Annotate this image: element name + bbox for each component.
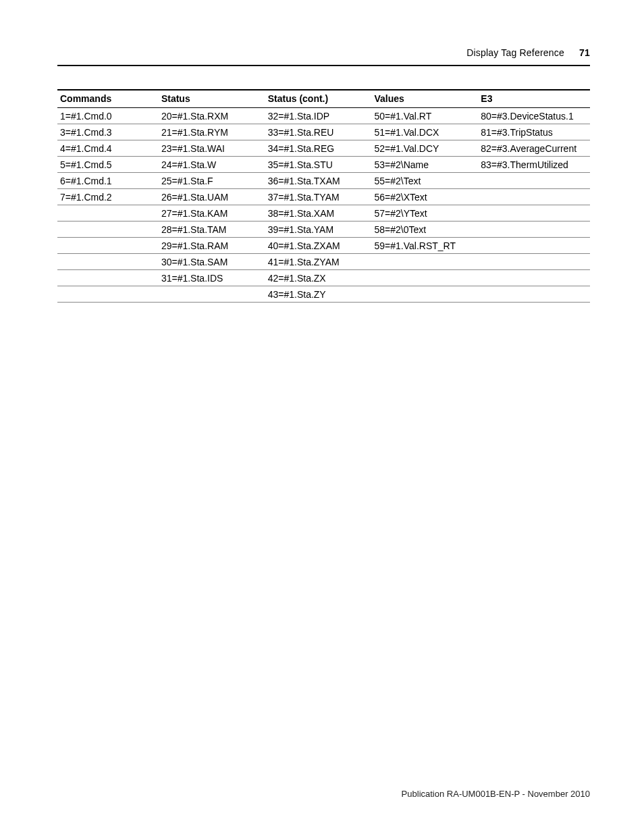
table-cell: 31=#1.Sta.IDS [159,270,265,286]
table-cell: 23=#1.Sta.WAI [159,140,265,157]
table-cell: 50=#1.Val.RT [372,108,479,124]
footer-publication: Publication RA-UM001B-EN-P - November 20… [402,789,590,799]
table-cell [57,238,159,254]
table-cell: 81=#3.TripStatus [478,124,590,140]
table-cell: 40=#1.Sta.ZXAM [265,238,372,254]
table-cell: 25=#1.Sta.F [159,173,265,189]
table-cell: 52=#1.Val.DCY [372,140,479,157]
reference-table: Commands Status Status (cont.) Values E3… [57,89,590,303]
col-header-e3: E3 [478,90,590,108]
table-cell: 36=#1.Sta.TXAM [265,173,372,189]
table-row: 5=#1.Cmd.524=#1.Sta.W35=#1.Sta.STU53=#2\… [57,157,590,173]
table-cell [57,205,159,221]
table-cell: 33=#1.Sta.REU [265,124,372,140]
table-cell: 42=#1.Sta.ZX [265,270,372,286]
table-cell: 55=#2\Text [372,173,479,189]
table-cell: 6=#1.Cmd.1 [57,173,159,189]
table-cell: 56=#2\XText [372,189,479,205]
table-cell: 20=#1.Sta.RXM [159,108,265,124]
table-cell: 29=#1.Sta.RAM [159,238,265,254]
table-cell [478,254,590,270]
table-header-row: Commands Status Status (cont.) Values E3 [57,90,590,108]
col-header-status-cont: Status (cont.) [265,90,372,108]
table-cell: 7=#1.Cmd.2 [57,189,159,205]
table-row: 43=#1.Sta.ZY [57,286,590,303]
section-title: Display Tag Reference [466,47,564,58]
table-row: 4=#1.Cmd.423=#1.Sta.WAI34=#1.Sta.REG52=#… [57,140,590,157]
table-cell [478,173,590,189]
table-row: 7=#1.Cmd.226=#1.Sta.UAM37=#1.Sta.TYAM56=… [57,189,590,205]
table-row: 6=#1.Cmd.125=#1.Sta.F36=#1.Sta.TXAM55=#2… [57,173,590,189]
table-cell: 34=#1.Sta.REG [265,140,372,157]
table-cell: 21=#1.Sta.RYM [159,124,265,140]
table-row: 31=#1.Sta.IDS42=#1.Sta.ZX [57,270,590,286]
page-header: Display Tag Reference 71 [57,47,590,65]
table-cell [478,270,590,286]
table-cell: 39=#1.Sta.YAM [265,221,372,238]
table-row: 29=#1.Sta.RAM40=#1.Sta.ZXAM59=#1.Val.RST… [57,238,590,254]
table-cell: 82=#3.AverageCurrent [478,140,590,157]
table-cell [159,286,265,303]
table-row: 30=#1.Sta.SAM41=#1.Sta.ZYAM [57,254,590,270]
table-cell [478,221,590,238]
table-row: 27=#1.Sta.KAM38=#1.Sta.XAM57=#2\YText [57,205,590,221]
table-cell: 80=#3.DeviceStatus.1 [478,108,590,124]
table-cell: 5=#1.Cmd.5 [57,157,159,173]
table-cell: 32=#1.Sta.IDP [265,108,372,124]
header-rule [57,65,590,66]
table-cell: 3=#1.Cmd.3 [57,124,159,140]
table-cell: 27=#1.Sta.KAM [159,205,265,221]
table-row: 1=#1.Cmd.020=#1.Sta.RXM32=#1.Sta.IDP50=#… [57,108,590,124]
table-cell [372,286,479,303]
table-cell: 26=#1.Sta.UAM [159,189,265,205]
table-cell [478,189,590,205]
table-cell: 4=#1.Cmd.4 [57,140,159,157]
table-cell: 43=#1.Sta.ZY [265,286,372,303]
table-cell: 37=#1.Sta.TYAM [265,189,372,205]
table-cell [372,254,479,270]
table-row: 28=#1.Sta.TAM39=#1.Sta.YAM58=#2\0Text [57,221,590,238]
table-cell: 53=#2\Name [372,157,479,173]
table-cell [57,254,159,270]
table-cell [57,221,159,238]
table-cell [372,270,479,286]
table-cell [57,286,159,303]
page: Display Tag Reference 71 Commands Status… [0,0,644,834]
table-cell: 35=#1.Sta.STU [265,157,372,173]
table-cell: 83=#3.ThermUtilized [478,157,590,173]
col-header-commands: Commands [57,90,159,108]
table-cell: 1=#1.Cmd.0 [57,108,159,124]
col-header-status: Status [159,90,265,108]
table-cell: 38=#1.Sta.XAM [265,205,372,221]
table-cell: 28=#1.Sta.TAM [159,221,265,238]
table-cell: 57=#2\YText [372,205,479,221]
table-cell [478,238,590,254]
col-header-values: Values [372,90,479,108]
table-row: 3=#1.Cmd.321=#1.Sta.RYM33=#1.Sta.REU51=#… [57,124,590,140]
table-cell: 59=#1.Val.RST_RT [372,238,479,254]
table-cell: 41=#1.Sta.ZYAM [265,254,372,270]
table-cell [478,286,590,303]
page-number: 71 [579,47,590,58]
table-cell: 51=#1.Val.DCX [372,124,479,140]
table-cell [478,205,590,221]
table-cell [57,270,159,286]
table-cell: 30=#1.Sta.SAM [159,254,265,270]
table-cell: 58=#2\0Text [372,221,479,238]
table-cell: 24=#1.Sta.W [159,157,265,173]
